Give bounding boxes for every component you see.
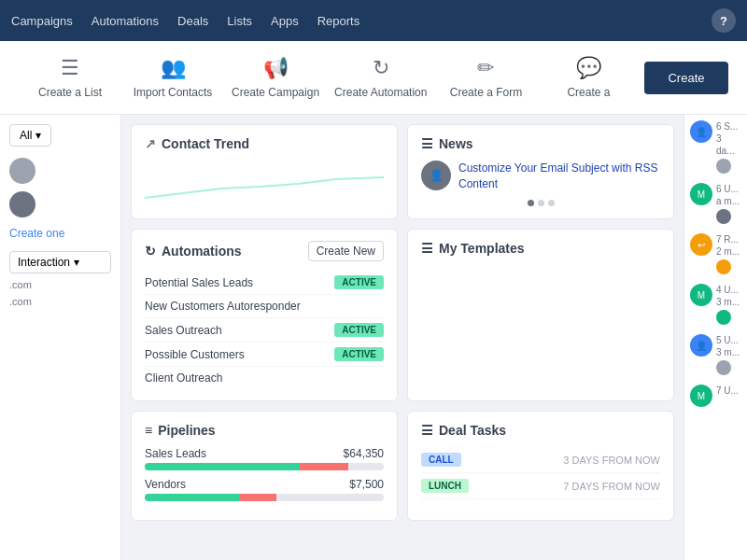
trend-icon: ↗: [145, 136, 156, 151]
dot-2[interactable]: [538, 200, 544, 206]
activity-text-4: 4 U...: [716, 284, 740, 296]
pipeline-fill-red-2: [240, 494, 275, 501]
pipeline-value-1: $64,350: [344, 447, 384, 460]
create-top-button[interactable]: Create: [644, 62, 728, 94]
pipeline-name-2: Vendors: [145, 478, 186, 491]
all-filter-dropdown[interactable]: All ▾: [9, 124, 51, 147]
activity-item-4: M 4 U... 3 m...: [690, 284, 741, 325]
auto-name-3: Sales Outreach: [145, 324, 222, 337]
deal-task-row-1: CALL 3 DAYS FROM NOW: [421, 447, 660, 473]
dot-1[interactable]: [528, 200, 534, 206]
news-item: 👤 Customize Your Email Subject with RSS …: [421, 161, 660, 192]
import-contacts-action[interactable]: 👥 Import Contacts: [121, 52, 224, 103]
mini-avatar-5: [716, 360, 731, 375]
activity-item-1: 👤 6 S... 3 da...: [690, 120, 741, 174]
help-button[interactable]: ?: [712, 8, 736, 33]
create-one-link[interactable]: Create one: [9, 227, 111, 240]
create-campaign-action[interactable]: 📢 Create Campaign: [224, 52, 327, 103]
news-dots: [421, 200, 660, 206]
automations-icon: ↻: [145, 244, 156, 259]
campaign-icon: 📢: [263, 56, 289, 80]
pipeline-bar-1: [145, 463, 384, 470]
deal-task-row-2: LUNCH 7 DAYS FROM NOW: [421, 473, 660, 499]
task-time-1: 3 DAYS FROM NOW: [563, 455, 660, 466]
nav-reports[interactable]: Reports: [317, 14, 360, 28]
mini-avatar-2: [716, 209, 731, 224]
interaction-label: Interaction: [18, 256, 70, 269]
pipelines-header: ≡ Pipelines: [145, 423, 384, 438]
create-form-label: Create a Form: [450, 86, 522, 99]
nav-lists[interactable]: Lists: [227, 14, 252, 28]
auto-name-5: Client Outreach: [145, 371, 222, 385]
automations-card: ↻ Automations Create New Potential Sales…: [131, 229, 398, 401]
automations-title: ↻ Automations: [145, 244, 242, 259]
avatar-2: [9, 191, 35, 217]
pipeline-fill-red-1: [300, 463, 347, 470]
trend-chart: [145, 161, 384, 207]
sidebar-contacts: [9, 158, 111, 217]
deal-tasks-icon: ☰: [421, 423, 433, 438]
all-filter-label: All: [20, 129, 32, 142]
quick-actions-bar: ☰ Create a List 👥 Import Contacts 📢 Crea…: [0, 41, 747, 115]
task-type-1: CALL: [421, 453, 461, 467]
pipeline-bar-2: [145, 494, 384, 501]
automation-row-1: Potential Sales Leads ACTIVE: [145, 271, 384, 295]
create-campaign-label: Create Campaign: [232, 86, 319, 99]
center-content: ↗ Contact Trend ☰ News: [121, 115, 684, 560]
sidebar-domain-2: .com: [9, 296, 111, 307]
activity-time-1: 3 da...: [716, 133, 741, 157]
pipelines-icon: ≡: [145, 423, 152, 438]
activity-icon-3: ↩: [690, 233, 712, 256]
activity-item-3: ↩ 7 R... 2 m...: [690, 233, 741, 274]
mini-avatar-4: [716, 310, 731, 325]
pipelines-title: ≡ Pipelines: [145, 423, 216, 438]
task-time-2: 7 DAYS FROM NOW: [563, 481, 660, 492]
auto-name-2: New Customers Autoresponder: [145, 300, 301, 313]
nav-campaigns[interactable]: Campaigns: [11, 14, 73, 28]
create-automation-label: Create Automation: [334, 86, 427, 99]
pipeline-row-2: Vendors $7,500: [145, 478, 384, 501]
create-other-label: Create a: [567, 86, 610, 99]
automations-create-new[interactable]: Create New: [308, 241, 384, 261]
avatar-1: [9, 158, 35, 184]
auto-status-1: ACTIVE: [334, 275, 384, 289]
interaction-dropdown[interactable]: Interaction ▾: [9, 251, 111, 273]
contact-trend-header: ↗ Contact Trend: [145, 136, 384, 151]
activity-text-6: 7 U...: [716, 385, 739, 397]
form-icon: ✏: [477, 56, 494, 80]
auto-name-4: Possible Customers: [145, 348, 245, 361]
row-3: ≡ Pipelines Sales Leads $64,350: [131, 411, 674, 521]
list-icon: ☰: [61, 56, 79, 80]
activity-icon-1: 👤: [690, 120, 712, 143]
create-list-action[interactable]: ☰ Create a List: [19, 52, 121, 103]
news-card: ☰ News 👤 Customize Your Email Subject wi…: [407, 124, 674, 219]
automation-row-4: Possible Customers ACTIVE: [145, 343, 384, 367]
nav-apps[interactable]: Apps: [271, 14, 299, 28]
create-form-action[interactable]: ✏ Create a Form: [434, 52, 537, 103]
templates-header: ☰ My Templates: [421, 241, 660, 256]
nav-deals[interactable]: Deals: [177, 14, 208, 28]
activity-time-4: 3 m...: [716, 296, 740, 308]
create-automation-action[interactable]: ↻ Create Automation: [327, 52, 434, 103]
activity-item-5: 👤 5 U... 3 m...: [690, 334, 741, 375]
activity-icon-4: M: [690, 284, 712, 306]
sidebar-domain-1: .com: [9, 279, 111, 290]
templates-title: ☰ My Templates: [421, 241, 525, 256]
news-link[interactable]: Customize Your Email Subject with RSS Co…: [458, 161, 660, 192]
automation-row-3: Sales Outreach ACTIVE: [145, 318, 384, 343]
contacts-icon: 👥: [161, 56, 186, 80]
activity-item-2: M 6 U... a m...: [690, 183, 741, 224]
auto-status-3: ACTIVE: [334, 323, 384, 337]
pipeline-row-1: Sales Leads $64,350: [145, 447, 384, 470]
create-other-action[interactable]: 💬 Create a: [537, 52, 640, 103]
contact-trend-title: ↗ Contact Trend: [145, 136, 249, 151]
interaction-chevron-icon: ▾: [74, 256, 79, 269]
pipeline-name-1: Sales Leads: [145, 447, 206, 460]
nav-automations[interactable]: Automations: [92, 14, 159, 28]
activity-text-3: 7 R...: [716, 233, 740, 245]
dot-3[interactable]: [548, 200, 555, 206]
activity-icon-6: M: [690, 385, 712, 407]
activity-icon-2: M: [690, 183, 712, 205]
top-navigation: Campaigns Automations Deals Lists Apps R…: [0, 0, 747, 41]
filter-chevron-icon: ▾: [35, 129, 41, 142]
